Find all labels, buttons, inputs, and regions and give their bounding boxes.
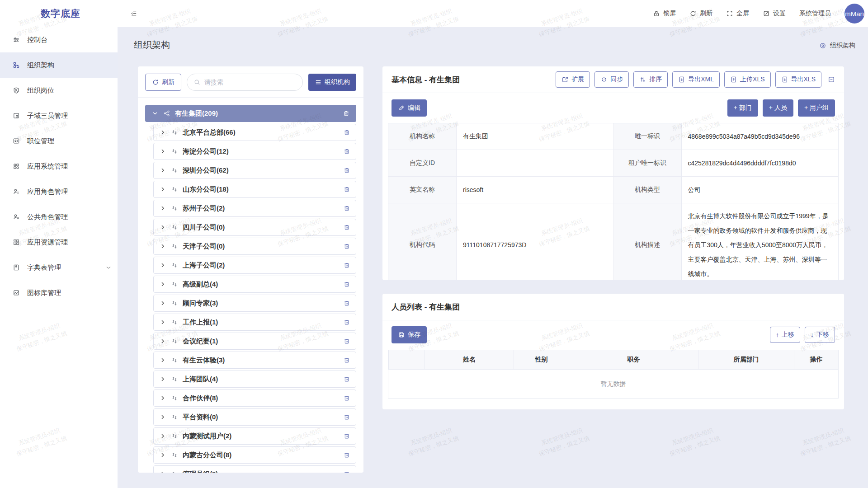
chevron-right-icon[interactable] xyxy=(159,243,166,250)
sync-button[interactable]: 同步 xyxy=(594,71,629,88)
user-avatar[interactable]: mMan xyxy=(844,4,864,23)
expand-button[interactable]: 扩展 xyxy=(556,71,590,88)
drag-handle-icon[interactable] xyxy=(171,451,178,459)
tree-node[interactable]: 海淀分公司(12) xyxy=(153,143,356,160)
tree-node[interactable]: 山东分公司(18) xyxy=(153,181,356,198)
sidebar-item-console[interactable]: 控制台 xyxy=(0,27,118,52)
delete-icon[interactable] xyxy=(343,281,350,288)
sidebar-item-app-resource[interactable]: 应用资源管理 xyxy=(0,230,118,255)
drag-handle-icon[interactable] xyxy=(171,224,178,231)
delete-icon[interactable] xyxy=(343,338,350,345)
settings-button[interactable]: 设置 xyxy=(763,9,786,18)
refresh-button[interactable]: 刷新 xyxy=(689,9,712,18)
drag-handle-icon[interactable] xyxy=(171,167,178,174)
chevron-right-icon[interactable] xyxy=(159,357,166,364)
sidebar-item-org-position[interactable]: 组织岗位 xyxy=(0,78,118,103)
save-button[interactable]: 保存 xyxy=(392,326,427,343)
chevron-right-icon[interactable] xyxy=(159,262,166,269)
chevron-right-icon[interactable] xyxy=(159,186,166,193)
tree-node[interactable]: 合作伙伴(8) xyxy=(153,389,356,407)
delete-icon[interactable] xyxy=(343,243,350,250)
add-person-button[interactable]: + 人员 xyxy=(763,99,793,117)
move-up-button[interactable]: ↑ 上移 xyxy=(770,327,800,343)
export-xls-button[interactable]: 导出XLS xyxy=(775,71,821,88)
tree-node[interactable]: 苏州子公司(2) xyxy=(153,200,356,217)
delete-icon[interactable] xyxy=(343,167,350,174)
delete-icon[interactable] xyxy=(343,451,350,459)
tree-node[interactable]: 内蒙古分公司(8) xyxy=(153,446,356,464)
chevron-right-icon[interactable] xyxy=(159,375,166,383)
export-xml-button[interactable]: 导出XML xyxy=(672,71,720,88)
drag-handle-icon[interactable] xyxy=(171,375,178,383)
tree-node[interactable]: 上海子公司(2) xyxy=(153,257,356,274)
collapse-panel-icon[interactable] xyxy=(828,76,835,83)
tree-node[interactable]: 平台资料(0) xyxy=(153,408,356,426)
tree-node[interactable]: 北京平台总部(66) xyxy=(153,124,356,141)
org-type-button[interactable]: 组织机构 xyxy=(308,74,356,91)
delete-icon[interactable] xyxy=(343,394,350,402)
delete-icon[interactable] xyxy=(343,319,350,326)
sidebar-item-org-structure[interactable]: 组织架构 xyxy=(0,52,118,78)
chevron-right-icon[interactable] xyxy=(159,432,166,440)
drag-handle-icon[interactable] xyxy=(171,243,178,250)
delete-icon[interactable] xyxy=(343,413,350,421)
delete-icon[interactable] xyxy=(343,470,350,473)
delete-icon[interactable] xyxy=(343,375,350,383)
chevron-right-icon[interactable] xyxy=(159,281,166,288)
sidebar-item-icon-library[interactable]: 图标库管理 xyxy=(0,280,118,305)
delete-icon[interactable] xyxy=(343,110,350,117)
chevron-right-icon[interactable] xyxy=(159,167,166,174)
delete-icon[interactable] xyxy=(343,224,350,231)
lock-screen-button[interactable]: 锁屏 xyxy=(653,9,676,18)
drag-handle-icon[interactable] xyxy=(171,470,178,473)
delete-icon[interactable] xyxy=(343,186,350,193)
username-label[interactable]: 系统管理员 xyxy=(799,9,831,18)
delete-icon[interactable] xyxy=(343,129,350,136)
fullscreen-button[interactable]: 全屏 xyxy=(726,9,749,18)
delete-icon[interactable] xyxy=(343,432,350,440)
sidebar-item-app-role[interactable]: 应用角色管理 xyxy=(0,179,118,204)
tree-search-input[interactable] xyxy=(204,79,296,86)
tree-node[interactable]: 四川子公司(0) xyxy=(153,219,356,236)
chevron-right-icon[interactable] xyxy=(159,205,166,212)
drag-handle-icon[interactable] xyxy=(171,357,178,364)
chevron-right-icon[interactable] xyxy=(159,129,166,136)
delete-icon[interactable] xyxy=(343,205,350,212)
sidebar-item-subdomain-admin[interactable]: 子域三员管理 xyxy=(0,103,118,128)
tree-root-node[interactable]: 有生集团(209) xyxy=(145,105,356,122)
sidebar-item-position-management[interactable]: 职位管理 xyxy=(0,128,118,154)
chevron-down-icon[interactable] xyxy=(105,264,112,271)
delete-icon[interactable] xyxy=(343,148,350,155)
chevron-right-icon[interactable] xyxy=(159,319,166,326)
tree-node[interactable]: 管理员组(9) xyxy=(153,465,356,473)
chevron-right-icon[interactable] xyxy=(159,413,166,421)
drag-handle-icon[interactable] xyxy=(171,205,178,212)
drag-handle-icon[interactable] xyxy=(171,394,178,402)
drag-handle-icon[interactable] xyxy=(171,262,178,269)
move-down-button[interactable]: ↓ 下移 xyxy=(805,327,835,343)
chevron-right-icon[interactable] xyxy=(159,470,166,473)
chevron-down-icon[interactable] xyxy=(151,110,159,117)
drag-handle-icon[interactable] xyxy=(171,338,178,345)
chevron-right-icon[interactable] xyxy=(159,394,166,402)
upload-xls-button[interactable]: 上传XLS xyxy=(724,71,770,88)
delete-icon[interactable] xyxy=(343,300,350,307)
chevron-right-icon[interactable] xyxy=(159,148,166,155)
drag-handle-icon[interactable] xyxy=(171,129,178,136)
tree-node[interactable]: 有生云体验(3) xyxy=(153,352,356,369)
drag-handle-icon[interactable] xyxy=(171,319,178,326)
sidebar-item-public-role[interactable]: 公共角色管理 xyxy=(0,204,118,230)
sort-button[interactable]: 排序 xyxy=(633,71,668,88)
add-usergroup-button[interactable]: + 用户组 xyxy=(798,99,835,117)
tree-node[interactable]: 天津子公司(0) xyxy=(153,238,356,255)
drag-handle-icon[interactable] xyxy=(171,281,178,288)
drag-handle-icon[interactable] xyxy=(171,413,178,421)
delete-icon[interactable] xyxy=(343,262,350,269)
sidebar-item-dictionary[interactable]: 字典表管理 xyxy=(0,255,118,280)
drag-handle-icon[interactable] xyxy=(171,148,178,155)
tree-node[interactable]: 高级副总(4) xyxy=(153,276,356,293)
chevron-right-icon[interactable] xyxy=(159,338,166,345)
tree-node[interactable]: 上海团队(4) xyxy=(153,371,356,388)
add-department-button[interactable]: + 部门 xyxy=(727,99,758,117)
tree-node[interactable]: 会议纪要(1) xyxy=(153,333,356,350)
